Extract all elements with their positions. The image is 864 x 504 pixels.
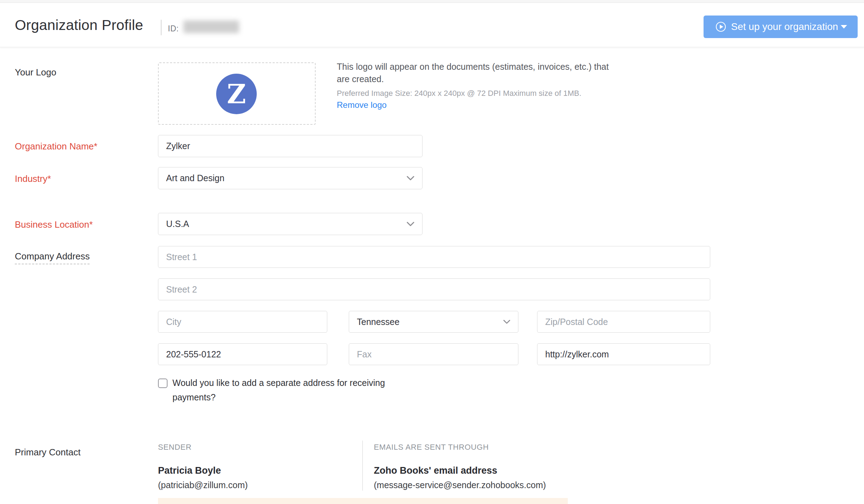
street2-input[interactable] [158,278,710,300]
logo-description: This logo will appear on the documents (… [337,61,615,85]
business-location-label: Business Location* [15,219,93,230]
sent-through-email: (message-service@sender.zohobooks.com) [374,480,546,490]
street1-input[interactable] [158,246,710,268]
org-id-label: ID: [168,24,179,33]
browser-top-strip [0,0,864,3]
city-input[interactable] [158,311,327,333]
page-header: Organization Profile ID: Set up your org… [0,3,864,47]
chevron-down-icon [407,176,414,181]
organization-logo: Z [216,74,257,114]
primary-contact-label: Primary Contact [15,447,80,458]
chevron-down-icon [407,222,414,227]
company-address-label-text: Company Address [15,251,90,264]
organization-profile-page: Organization Profile ID: Set up your org… [0,0,864,504]
sent-through-heading: EMAILS ARE SENT THROUGH [374,443,489,452]
website-input[interactable] [537,343,710,365]
company-address-label: Company Address [15,251,90,262]
business-location-selected-value: U.S.A [166,219,407,229]
logo-letter: Z [227,81,246,107]
sent-through-name: Zoho Books' email address [374,465,497,476]
notice-bar-partial [158,498,568,504]
industry-label: Industry* [15,173,51,184]
business-location-select[interactable]: U.S.A [158,213,422,235]
chevron-down-icon[interactable] [841,25,847,29]
separate-address-checkbox[interactable] [158,379,168,388]
state-selected-value: Tennessee [357,317,503,327]
remove-logo-link[interactable]: Remove logo [337,100,387,110]
industry-selected-value: Art and Design [166,173,407,183]
zip-input[interactable] [537,311,710,333]
sender-email: (patriciab@zillum.com) [158,480,248,490]
organization-name-label: Organization Name* [15,141,97,152]
fax-input[interactable] [349,343,518,365]
industry-select[interactable]: Art and Design [158,167,422,189]
separate-address-checkbox-label: Would you like to add a separate address… [172,376,416,405]
contact-columns-divider [362,441,363,491]
logo-preferred-size-note: Preferred Image Size: 240px x 240px @ 72… [337,89,582,98]
sender-heading: SENDER [158,443,191,452]
state-select[interactable]: Tennessee [349,311,518,333]
setup-organization-button[interactable]: Set up your organization [704,16,858,38]
page-title: Organization Profile [15,17,143,33]
org-id-redacted-value [183,20,239,33]
sender-name: Patricia Boyle [158,465,221,476]
setup-organization-button-label: Set up your organization [726,21,841,32]
title-divider [161,20,162,35]
play-circle-icon [716,21,726,32]
phone-input[interactable] [158,343,327,365]
chevron-down-icon [503,320,510,324]
your-logo-label: Your Logo [15,67,56,78]
organization-name-input[interactable] [158,135,422,157]
